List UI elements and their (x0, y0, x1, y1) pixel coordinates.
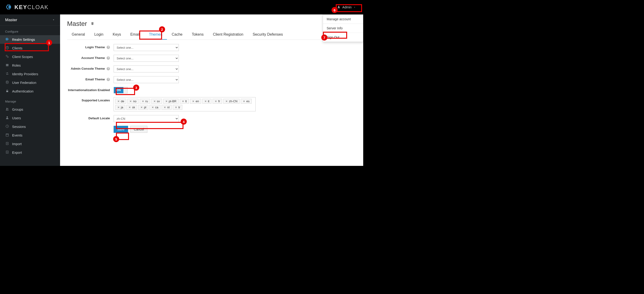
tab-client-registration[interactable]: Client Registration (208, 30, 248, 40)
close-icon[interactable]: ✕ (165, 100, 168, 103)
close-icon[interactable]: ✕ (182, 100, 184, 103)
sidebar-item-label: Export (12, 151, 22, 154)
dropdown-item-server-info[interactable]: Server Info (323, 24, 363, 33)
user-icon (337, 5, 340, 9)
close-icon[interactable]: ✕ (142, 100, 144, 103)
locale-code: sv (157, 100, 160, 103)
tab-keys[interactable]: Keys (108, 30, 126, 40)
i18n-toggle[interactable]: ON (114, 87, 128, 93)
close-icon[interactable]: ✕ (243, 100, 245, 103)
sidebar-item-client-scopes[interactable]: Client Scopes (0, 52, 60, 61)
tab-themes[interactable]: Themes (144, 30, 167, 40)
locale-tag[interactable]: ✕lt (180, 99, 189, 104)
close-icon[interactable]: ✕ (117, 100, 120, 103)
sidebar-item-import[interactable]: Import (0, 140, 60, 148)
tab-tokens[interactable]: Tokens (187, 30, 208, 40)
close-icon[interactable]: ✕ (204, 100, 207, 103)
sidebar-item-users[interactable]: Users (0, 114, 60, 122)
locale-tag[interactable]: ✕de (115, 99, 126, 104)
locale-code: ru (145, 100, 148, 103)
locale-tag[interactable]: ✕ca (150, 105, 160, 110)
dropdown-item-manage-account[interactable]: Manage account (323, 15, 363, 24)
user-menu[interactable]: Admin (334, 4, 359, 11)
sidebar-item-label: Client Scopes (12, 55, 33, 59)
locale-tag[interactable]: ✕en (190, 99, 201, 104)
sidebar-item-groups[interactable]: Groups (0, 105, 60, 114)
close-icon[interactable]: ✕ (226, 100, 228, 103)
close-icon[interactable]: ✕ (140, 106, 143, 109)
close-icon[interactable]: ✕ (164, 106, 166, 109)
close-icon[interactable]: ✕ (130, 100, 132, 103)
page-title: Master (67, 20, 87, 28)
sidebar-item-label: Groups (12, 108, 23, 111)
cancel-button[interactable]: Cancel (130, 126, 148, 133)
close-icon[interactable]: ✕ (128, 106, 131, 109)
locale-tag[interactable]: ✕sk (126, 105, 137, 110)
locale-tag[interactable]: ✕pt-BR (163, 99, 178, 104)
tab-email[interactable]: Email (126, 30, 144, 40)
email-theme-select[interactable]: Select one... (114, 76, 179, 83)
svg-point-9 (6, 108, 7, 109)
sidebar-item-label: Import (12, 142, 22, 146)
header: KEYCLOAK Admin (0, 0, 363, 15)
admin-console-theme-select[interactable]: Select one... (114, 66, 179, 73)
admin-console-theme-label: Admin Console Theme ? (67, 66, 114, 70)
svg-point-3 (7, 56, 8, 58)
sidebar-item-user-federation[interactable]: User Federation (0, 78, 60, 87)
close-icon[interactable]: ✕ (192, 100, 194, 103)
locale-code: ja (121, 106, 123, 109)
tab-cache[interactable]: Cache (167, 30, 187, 40)
locale-tag[interactable]: ✕es (241, 99, 252, 104)
locale-tag[interactable]: ✕no (127, 99, 138, 104)
help-icon[interactable]: ? (107, 78, 110, 81)
locale-tag[interactable]: ✕zh-CN (223, 99, 240, 104)
user-dropdown: Manage accountServer InfoSign Out (323, 15, 363, 42)
locale-tag[interactable]: ✕ja (115, 105, 125, 110)
trash-icon[interactable] (90, 22, 94, 26)
help-icon[interactable]: ? (107, 56, 110, 60)
tab-security-defenses[interactable]: Security Defenses (248, 30, 288, 40)
locale-code: lt (185, 100, 187, 103)
sidebar-item-authentication[interactable]: Authentication (0, 87, 60, 96)
sidebar-item-sessions[interactable]: Sessions (0, 122, 60, 131)
sidebar-item-label: Realm Settings (12, 38, 35, 42)
close-icon[interactable]: ✕ (117, 106, 120, 109)
tab-general[interactable]: General (67, 30, 90, 40)
locale-tag[interactable]: ✕nl (162, 105, 172, 110)
close-icon[interactable]: ✕ (215, 100, 217, 103)
locale-tag[interactable]: ✕sv (151, 99, 162, 104)
chevron-down-icon (52, 18, 55, 22)
close-icon[interactable]: ✕ (152, 106, 154, 109)
close-icon[interactable]: ✕ (175, 106, 177, 109)
locale-tag[interactable]: ✕tr (173, 105, 182, 110)
sidebar-item-realm-settings[interactable]: Realm Settings (0, 35, 60, 44)
close-icon[interactable]: ✕ (154, 100, 156, 103)
dropdown-item-sign-out[interactable]: Sign Out (323, 33, 363, 42)
account-theme-select[interactable]: Select one... (114, 55, 179, 62)
sidebar-item-export[interactable]: Export (0, 148, 60, 157)
locale-tag[interactable]: ✕pl (138, 105, 148, 110)
brand-logo[interactable]: KEYCLOAK (4, 3, 49, 12)
sidebar-item-events[interactable]: Events (0, 131, 60, 140)
sidebar-item-roles[interactable]: Roles (0, 61, 60, 70)
sidebar-item-clients[interactable]: Clients (0, 44, 60, 52)
save-button[interactable]: Save (114, 126, 128, 133)
locale-tag[interactable]: ✕ru (140, 99, 150, 104)
email-theme-label: Email Theme ? (67, 76, 114, 81)
locales-tags[interactable]: ✕de✕no✕ru✕sv✕pt-BR✕lt✕en✕it✕fr✕zh-CN✕es✕… (114, 97, 256, 111)
clock-icon (5, 124, 9, 129)
locale-code: no (133, 100, 136, 103)
realm-selector[interactable]: Master (0, 15, 60, 26)
help-icon[interactable]: ? (107, 46, 110, 49)
sidebar-item-identity-providers[interactable]: Identity Providers (0, 70, 60, 78)
tab-login[interactable]: Login (90, 30, 108, 40)
svg-rect-6 (6, 66, 8, 66)
locale-tag[interactable]: ✕it (202, 99, 212, 104)
locale-tag[interactable]: ✕fr (212, 99, 222, 104)
svg-point-2 (6, 55, 7, 56)
login-theme-select[interactable]: Select one... (114, 44, 179, 51)
database-icon (5, 80, 9, 85)
help-icon[interactable]: ? (107, 67, 110, 70)
default-locale-select[interactable]: zh-CN (114, 115, 179, 122)
body: Master ConfigureRealm SettingsClientsCli… (0, 15, 363, 166)
